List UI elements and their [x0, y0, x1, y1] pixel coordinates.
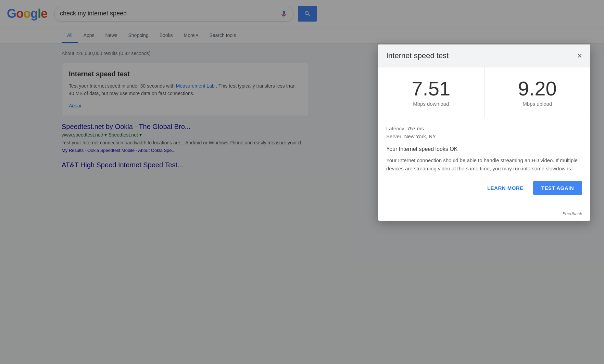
status-description: Your Internet connection should be able …: [386, 156, 582, 173]
modal-actions: LEARN MORE TEST AGAIN: [386, 181, 582, 198]
download-value: 7.51: [385, 78, 477, 100]
latency-server-info: Latency: 757 ms Server: New York, NY: [386, 126, 582, 139]
server-info: Server: New York, NY: [386, 133, 582, 139]
upload-metric: 9.20 Mbps upload: [485, 67, 591, 117]
feedback-link[interactable]: Feedback: [563, 211, 582, 216]
modal-body: Latency: 757 ms Server: New York, NY You…: [378, 117, 590, 206]
modal-title: Internet speed test: [386, 51, 449, 60]
upload-value: 9.20: [491, 78, 584, 100]
upload-label: Mbps upload: [491, 101, 584, 107]
status-ok: Your Internet speed looks OK: [386, 146, 582, 152]
download-metric: 7.51 Mbps download: [378, 67, 485, 117]
modal-close-button[interactable]: ×: [577, 52, 582, 60]
latency-label: Latency:: [386, 126, 406, 131]
modal-footer: Feedback: [378, 206, 590, 221]
speed-test-modal: Internet speed test × 7.51 Mbps download…: [378, 44, 590, 221]
learn-more-button[interactable]: LEARN MORE: [482, 182, 529, 194]
server-label: Server:: [386, 133, 403, 139]
modal-header: Internet speed test ×: [378, 44, 590, 67]
download-label: Mbps download: [385, 101, 477, 107]
speed-metrics: 7.51 Mbps download 9.20 Mbps upload: [378, 67, 590, 117]
test-again-button[interactable]: TEST AGAIN: [533, 181, 582, 195]
latency-info: Latency: 757 ms: [386, 126, 582, 131]
